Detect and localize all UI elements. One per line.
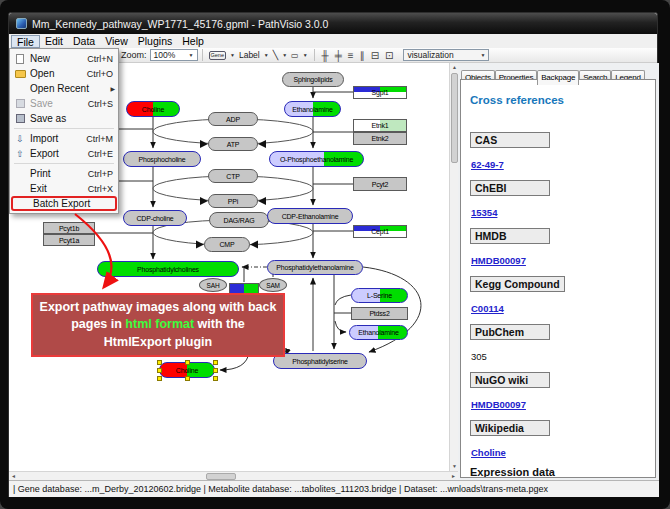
common-height-button[interactable]: ⊡ [382, 49, 396, 62]
canvas-horizontal-scrollbar[interactable]: ◄ ► [9, 471, 458, 480]
pathway-node-pcyt1a[interactable]: Pcyt1a [43, 234, 95, 246]
pathway-node-sah[interactable]: SAH [199, 278, 227, 292]
file-menu-item-label: Save [30, 98, 88, 109]
pathway-node-cept1[interactable]: Cept1 [353, 225, 407, 238]
menu-view[interactable]: View [100, 35, 133, 48]
pathway-node-cdp-ethanolamine[interactable]: CDP-Ethanolamine [267, 208, 353, 224]
xref-source-name: NuGO wiki [470, 372, 550, 388]
title-bar[interactable]: Mm_Kennedy_pathway_WP1771_45176.gpml - P… [9, 13, 657, 34]
pathway-node-phosphocholine[interactable]: Phosphocholine [123, 151, 201, 167]
file-menu-item-import[interactable]: ⇩ImportCtrl+M [10, 131, 118, 146]
pathway-node-ethanolamine[interactable]: Ethanolamine [349, 325, 408, 340]
xref-source-name: CAS [470, 132, 550, 148]
pathway-node-cdp-choline[interactable]: CDP-choline [123, 210, 187, 226]
align-center-x-icon: ╫ [322, 50, 329, 61]
menu-data[interactable]: Data [68, 35, 100, 48]
pathway-node-phosphatidylethanolamine[interactable]: Phosphatidylethanolamine [267, 260, 363, 275]
pathway-node-label: Phosphatidylserine [292, 358, 348, 365]
pathway-node-sphingolipids[interactable]: Sphingolipids [282, 72, 344, 87]
horizontal-scroll-thumb[interactable] [206, 473, 236, 480]
xref-section-chebi: ChEBI15354 [470, 178, 647, 213]
file-menu-item-export[interactable]: ⇧ExportCtrl+E [10, 146, 118, 161]
chevron-down-icon: ▼ [230, 52, 235, 58]
pathway-node-etnk1[interactable]: Etnk1 [353, 119, 407, 132]
pathway-node-pcyt2[interactable]: Pcyt2 [353, 177, 407, 191]
file-menu-item-open[interactable]: OpenCtrl+O [10, 66, 118, 81]
align-center-x-button[interactable]: ╫ [319, 49, 332, 62]
xref-link[interactable]: C00114 [471, 303, 504, 314]
distribute-vertical-button[interactable]: ≡ [345, 49, 357, 62]
pathway-node-adp[interactable]: ADP [208, 112, 258, 126]
pathway-node-dag-rag[interactable]: DAG/RAG [209, 212, 269, 228]
pathway-node-label: Pcyt2 [372, 181, 389, 188]
xref-section-nugo-wiki: NuGO wikiHMDB00097 [470, 370, 647, 405]
selection-handle[interactable] [213, 376, 218, 381]
pathway-node-label: Phosphatidylethanolamine [276, 264, 353, 271]
label-tool-button[interactable]: Label ▼ [237, 50, 271, 60]
pathway-node-label: ADP [226, 116, 240, 123]
pathway-node-ethanolamine[interactable]: Ethanolamine [284, 101, 341, 117]
gene-datanode-tool-button[interactable]: Gene ▼ [207, 51, 237, 60]
import-icon: ⇩ [13, 134, 27, 144]
menu-file[interactable]: File [11, 35, 40, 48]
pathway-node-o-phosphoethanolamine[interactable]: O-Phosphoethanolamine [269, 151, 364, 167]
selection-handle[interactable] [157, 360, 162, 365]
common-width-button[interactable]: ⊟ [368, 49, 382, 62]
selection-handle[interactable] [185, 376, 190, 381]
selection-handle[interactable] [157, 368, 162, 373]
pathway-node-sgpl1[interactable]: Sgpl1 [353, 86, 407, 99]
vertical-scroll-thumb[interactable] [451, 73, 458, 163]
file-menu-item-print[interactable]: PrintCtrl+P [10, 166, 118, 181]
line-tool-button[interactable]: ╲ ▼ [271, 50, 289, 60]
selection-handle[interactable] [213, 368, 218, 373]
pathway-node-ppi[interactable]: PPi [208, 194, 258, 208]
pathway-node-label: Sgpl1 [372, 89, 389, 96]
selection-handle[interactable] [185, 360, 190, 365]
menu-plugins[interactable]: Plugins [133, 35, 177, 48]
pathway-node-label: Phosphocholine [138, 156, 185, 163]
pathway-node-phosphatidylserine[interactable]: Phosphatidylserine [273, 353, 367, 369]
visualization-combobox[interactable]: visualization ▼ [403, 49, 489, 61]
selection-handle[interactable] [157, 376, 162, 381]
xref-link[interactable]: 15354 [471, 207, 497, 218]
pathway-node-atp[interactable]: ATP [208, 137, 258, 151]
common-width-icon: ⊟ [371, 50, 379, 61]
pathway-node-ptdss2[interactable]: Ptdss2 [351, 307, 408, 320]
file-menu-item-exit[interactable]: ExitCtrl+X [10, 181, 118, 196]
distribute-horizontal-button[interactable]: ∥ [357, 49, 368, 62]
pathway-node-label: L-Serine [367, 292, 392, 299]
menu-help[interactable]: Help [177, 35, 209, 48]
pathway-node-label: ATP [227, 141, 240, 148]
file-menu-item-save-as[interactable]: Save as [10, 111, 118, 126]
zoom-value: 100% [154, 50, 176, 60]
xref-link[interactable]: HMDB00097 [471, 399, 526, 410]
shape-tool-button[interactable]: ▭ ▼ [289, 51, 310, 60]
pathway-node-etnk2[interactable]: Etnk2 [353, 132, 407, 145]
file-menu-item-save[interactable]: SaveCtrl+S [10, 96, 118, 111]
pathway-node-label: SAM [266, 282, 280, 289]
tab-backpage[interactable]: Backpage [537, 70, 579, 85]
file-menu-item-batch-export[interactable]: Batch Export [11, 196, 117, 211]
xref-link[interactable]: 62-49-7 [471, 159, 504, 170]
pathway-node-cmp[interactable]: CMP [204, 237, 250, 252]
zoom-combobox[interactable]: 100% ▼ [150, 49, 198, 61]
menu-edit[interactable]: Edit [40, 35, 68, 48]
pathway-node-ctp[interactable]: CTP [208, 169, 258, 183]
shortcut-label: Ctrl+N [87, 54, 113, 64]
pathway-node-label: Phosphatidylcholines [137, 266, 199, 273]
file-menu-item-open-recent[interactable]: Open Recent▶ [10, 81, 118, 96]
align-center-y-button[interactable]: ╪ [332, 49, 345, 62]
pathway-node-choline[interactable]: Choline [126, 101, 180, 117]
pathway-node-l-serine[interactable]: L-Serine [351, 288, 408, 303]
canvas-vertical-scrollbar[interactable]: ▲ ▼ [449, 63, 458, 471]
pathway-node-pcyt1b[interactable]: Pcyt1b [43, 222, 95, 234]
pathway-node-sam[interactable]: SAM [259, 278, 287, 292]
selection-handle[interactable] [213, 360, 218, 365]
xref-link[interactable]: HMDB00097 [471, 255, 526, 266]
pathway-node-label: Etnk1 [372, 122, 389, 129]
menu-bar: FileEditDataViewPluginsHelp [9, 34, 657, 48]
pathway-node-choline[interactable]: Choline [159, 362, 215, 378]
pathway-node-phosphatidylcholines[interactable]: Phosphatidylcholines [97, 261, 239, 277]
file-menu-item-new[interactable]: NewCtrl+N [10, 51, 118, 66]
xref-link[interactable]: Choline [471, 447, 506, 458]
